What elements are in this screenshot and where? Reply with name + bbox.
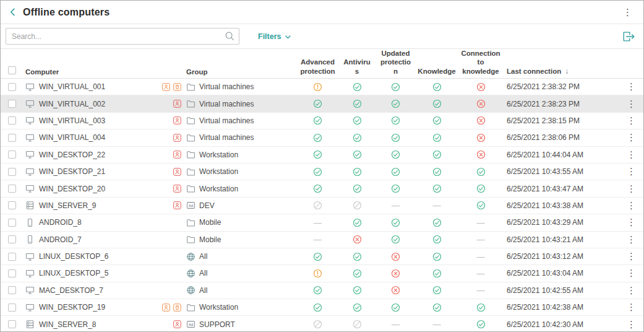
row-checkbox[interactable]: [8, 201, 16, 209]
server-icon: [25, 201, 35, 210]
computer-name: LINUX_DESKTOP_5: [39, 269, 109, 277]
status-connection: —: [477, 252, 485, 261]
column-header-computer[interactable]: Computer: [25, 68, 59, 76]
group-label: All: [199, 286, 207, 295]
search-icon[interactable]: [225, 31, 234, 41]
group-label: Virtual machines: [199, 82, 254, 91]
row-menu-icon[interactable]: ⋮: [624, 97, 638, 110]
row-checkbox[interactable]: [8, 134, 16, 142]
row-checkbox[interactable]: [8, 185, 16, 193]
row-menu-icon[interactable]: ⋮: [624, 114, 638, 127]
last-connection: 6/25/2021 10:44:04 AM: [503, 151, 619, 159]
computer-name: ANDROID_8: [39, 218, 82, 227]
row-checkbox[interactable]: [8, 168, 16, 176]
table-row[interactable]: WIN_VIRTUAL_003 Virtual machines 6/25/20…: [1, 113, 643, 129]
row-menu-icon[interactable]: ⋮: [624, 182, 638, 195]
table-row[interactable]: WIN_DESKTOP_19 Workstation 6/25/2021 10:…: [1, 299, 643, 316]
filters-button[interactable]: Filters: [258, 32, 291, 41]
row-checkbox[interactable]: [8, 151, 16, 159]
status-antivirus: [353, 167, 362, 177]
row-menu-icon[interactable]: ⋮: [624, 250, 638, 263]
table-row[interactable]: WIN_VIRTUAL_002 Virtual machines 6/25/20…: [1, 95, 643, 112]
row-menu-icon[interactable]: ⋮: [624, 266, 638, 279]
row-menu-icon[interactable]: ⋮: [624, 284, 638, 297]
table-row[interactable]: MAC_DESKTOP_7 All — 6/25/2021 10:42:55 A…: [1, 282, 643, 299]
status-antivirus: [353, 116, 362, 125]
status-advanced-protection: [313, 269, 322, 278]
group-label: Workstation: [199, 151, 238, 159]
row-menu-icon[interactable]: ⋮: [624, 165, 638, 178]
table-row[interactable]: WIN_DESKTOP_22 Workstation 6/25/2021 10:…: [1, 147, 643, 164]
table-row[interactable]: LINUX_DESKTOP_5 All — 6/25/2021 10:43:04…: [1, 265, 643, 282]
row-menu-icon[interactable]: ⋮: [624, 131, 638, 144]
row-menu-icon[interactable]: ⋮: [624, 199, 638, 212]
red-user-badge-icon: [173, 134, 181, 142]
row-checkbox[interactable]: [8, 235, 16, 243]
status-updated-protection: [391, 269, 400, 278]
page-title: Offline computers: [23, 7, 109, 18]
row-menu-icon[interactable]: ⋮: [624, 216, 638, 229]
status-knowledge: [432, 303, 442, 312]
status-ok-icon: [391, 184, 400, 193]
table-row[interactable]: WIN_DESKTOP_20 Workstation 6/25/2021 10:…: [1, 180, 643, 197]
status-updated-protection: —: [392, 201, 400, 210]
row-checkbox[interactable]: [8, 320, 16, 328]
export-button[interactable]: [622, 30, 635, 43]
table-row[interactable]: WIN_VIRTUAL_001 Virtual machines 6/25/20…: [1, 79, 643, 95]
column-header-connection-to-knowledge[interactable]: Connection to knowledge: [460, 49, 501, 76]
row-checkbox[interactable]: [8, 253, 16, 261]
select-all-checkbox[interactable]: [8, 66, 16, 74]
group-label: Workstation: [199, 303, 238, 312]
table-row[interactable]: WIN_VIRTUAL_004 Virtual machines 6/25/20…: [1, 129, 643, 146]
row-menu-icon[interactable]: ⋮: [624, 233, 638, 246]
status-ok-icon: [432, 303, 442, 312]
row-checkbox[interactable]: [8, 286, 16, 294]
back-button[interactable]: [8, 7, 17, 17]
row-checkbox[interactable]: [8, 100, 16, 108]
row-checkbox[interactable]: [8, 304, 16, 312]
table-row[interactable]: WIN_SERVER_8 Ad SUPPORT — — 6/25/2021 10…: [1, 316, 643, 332]
table-row[interactable]: WIN_DESKTOP_21 Workstation 6/25/2021 10:…: [1, 164, 643, 180]
status-ok-icon: [432, 116, 442, 125]
row-checkbox[interactable]: [8, 116, 16, 124]
active-directory-group-icon: Ad: [186, 201, 195, 210]
computer-name: WIN_SERVER_8: [39, 320, 96, 329]
status-knowledge: [432, 235, 442, 244]
table-row[interactable]: ANDROID_7 Mobile — — 6/25/2021 10:43:21 …: [1, 232, 643, 248]
table-row[interactable]: ANDROID_8 Mobile — — 6/25/2021 10:43:29 …: [1, 214, 643, 231]
column-header-updated-protection[interactable]: Updated protection: [380, 49, 411, 76]
row-checkbox[interactable]: [8, 269, 16, 277]
row-menu-icon[interactable]: ⋮: [624, 300, 638, 313]
sort-descending-icon[interactable]: ↓: [565, 67, 569, 76]
row-menu-icon[interactable]: ⋮: [624, 318, 638, 331]
row-checkbox[interactable]: [8, 83, 16, 91]
last-connection: 6/25/2021 10:43:04 AM: [503, 269, 619, 277]
status-ok-icon: [432, 99, 442, 108]
table-row[interactable]: WIN_SERVER_9 Ad DEV — — 6/25/2021 10:43:…: [1, 198, 643, 214]
column-header-group[interactable]: Group: [186, 68, 208, 76]
status-connection: [476, 303, 486, 312]
column-header-antivirus[interactable]: Antivirus: [343, 58, 371, 76]
column-header-last-connection[interactable]: Last connection: [507, 68, 561, 75]
row-checkbox-cell: [8, 304, 16, 312]
status-connection: [476, 133, 486, 142]
orange-trash-badge-icon: [173, 83, 181, 91]
status-knowledge: —: [433, 320, 441, 329]
status-ok-icon: [391, 218, 400, 227]
desktop-icon: [25, 184, 35, 193]
column-header-knowledge[interactable]: Knowledge: [418, 67, 455, 76]
computer-name: WIN_DESKTOP_20: [39, 185, 105, 193]
table-row[interactable]: LINUX_DESKTOP_6 All — 6/25/2021 10:43:12…: [1, 248, 643, 265]
column-header-advanced-protection[interactable]: Advanced protection: [299, 58, 337, 76]
red-user-badge-icon: [173, 201, 181, 209]
status-ok-icon: [353, 303, 362, 312]
status-knowledge: [432, 167, 442, 177]
page-menu-icon[interactable]: ⋮: [620, 6, 635, 18]
search-input[interactable]: [6, 28, 239, 45]
row-checkbox[interactable]: [8, 219, 16, 227]
row-menu-icon[interactable]: ⋮: [624, 148, 638, 161]
status-ok-icon: [313, 286, 322, 295]
row-menu-icon[interactable]: ⋮: [624, 80, 638, 93]
status-ok-icon: [353, 269, 362, 278]
row-menu-cell: ⋮: [624, 234, 638, 245]
